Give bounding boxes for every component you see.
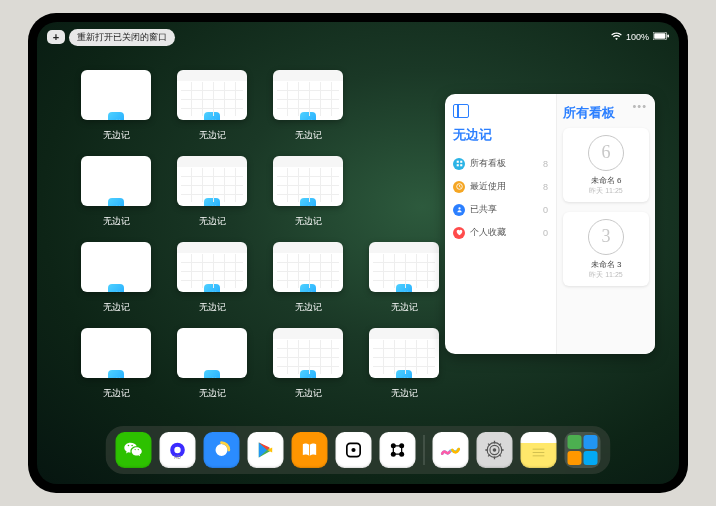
card-label: 无边记 [199,129,226,142]
card-thumb [273,328,343,378]
switcher-card[interactable]: 无边记 [177,242,247,314]
clock-icon [453,181,465,193]
battery-icon [653,32,669,42]
sidebar-item-label: 个人收藏 [470,226,506,239]
card-thumb [81,156,151,206]
dock-app-quark[interactable]: HD [160,432,196,468]
freeform-icon [300,370,316,378]
card-label: 无边记 [295,301,322,314]
board-date: 昨天 11:25 [589,270,622,280]
grid-icon [453,158,465,170]
freeform-icon [300,198,316,206]
card-thumb [273,156,343,206]
sidebar-item-label: 最近使用 [470,180,506,193]
screen: + 重新打开已关闭的窗口 100% [37,22,679,484]
card-label: 无边记 [295,129,322,142]
sidebar-item-all-boards[interactable]: 所有看板 8 [453,152,548,175]
freeform-icon [108,198,124,206]
card-label: 无边记 [103,387,130,400]
dock-app-wechat[interactable] [116,432,152,468]
dock: HD [106,426,611,474]
sidebar-item-count: 8 [543,159,548,169]
board-sketch: 3 [588,219,624,255]
svg-rect-4 [460,161,462,163]
dock-app-settings[interactable] [477,432,513,468]
card-thumb [81,70,151,120]
board-sketch: 6 [588,135,624,171]
reopen-closed-window-button[interactable]: 重新打开已关闭的窗口 [69,29,175,46]
card-label: 无边记 [103,129,130,142]
switcher-card[interactable]: 无边记 [273,242,343,314]
switcher-card[interactable]: 无边记 [273,70,343,142]
card-thumb [177,242,247,292]
sidebar-item-favorites[interactable]: 个人收藏 0 [453,221,548,244]
switcher-card[interactable]: 无边记 [177,70,247,142]
freeform-icon [204,198,220,206]
card-thumb [177,156,247,206]
freeform-icon [108,284,124,292]
boards-panel: 所有看板 6 未命名 6 昨天 11:25 3 未命名 3 昨天 11:25 [557,94,655,354]
switcher-card[interactable]: 无边记 [177,156,247,228]
switcher-card[interactable]: 无边记 [81,70,151,142]
freeform-icon [108,112,124,120]
freeform-icon [108,370,124,378]
ipad-frame: + 重新打开已关闭的窗口 100% [28,13,688,493]
switcher-card[interactable]: 无边记 [177,328,247,400]
sidebar-item-recent[interactable]: 最近使用 8 [453,175,548,198]
card-thumb [177,70,247,120]
switcher-card[interactable]: 无边记 [369,242,439,314]
switcher-card[interactable]: 无边记 [273,328,343,400]
card-label: 无边记 [199,215,226,228]
svg-point-8 [458,207,460,209]
freeform-icon [396,370,412,378]
card-label: 无边记 [103,301,130,314]
switcher-card[interactable]: 无边记 [81,156,151,228]
wifi-icon [611,32,622,42]
sidebar-toggle-icon[interactable] [453,104,469,118]
freeform-icon [396,284,412,292]
dock-app-play[interactable] [248,432,284,468]
sidebar-item-count: 0 [543,228,548,238]
app-switcher: 无边记 无边记 无边记 无边记 [81,70,439,400]
switcher-card[interactable]: 无边记 [81,328,151,400]
dock-app-dice[interactable] [336,432,372,468]
svg-rect-3 [456,161,458,163]
card-thumb [273,70,343,120]
sidebar-item-shared[interactable]: 已共享 0 [453,198,548,221]
svg-rect-2 [667,34,669,37]
svg-text:HD: HD [174,455,181,460]
card-label: 无边记 [199,387,226,400]
status-bar: + 重新打开已关闭的窗口 100% [47,28,669,46]
sidebar-title: 无边记 [453,126,548,144]
dock-separator [424,435,425,465]
switcher-card[interactable]: 无边记 [369,328,439,400]
freeform-splitview-card[interactable]: ••• 无边记 所有看板 8 最近使用 8 已共享 0 [445,94,655,354]
freeform-icon [204,370,220,378]
dock-app-books[interactable] [292,432,328,468]
card-label: 无边记 [295,215,322,228]
board-date: 昨天 11:25 [589,186,622,196]
card-thumb [273,242,343,292]
dock-app-connect[interactable] [380,432,416,468]
sidebar-panel: 无边记 所有看板 8 最近使用 8 已共享 0 [445,94,557,354]
switcher-card[interactable]: 无边记 [81,242,151,314]
board-item[interactable]: 6 未命名 6 昨天 11:25 [563,128,649,202]
svg-rect-6 [460,164,462,166]
sidebar-item-label: 所有看板 [470,157,506,170]
board-item[interactable]: 3 未命名 3 昨天 11:25 [563,212,649,286]
card-thumb [81,328,151,378]
switcher-card[interactable]: 无边记 [273,156,343,228]
more-icon[interactable]: ••• [632,100,647,112]
new-window-button[interactable]: + [47,30,65,44]
card-label: 无边记 [199,301,226,314]
dock-app-notes[interactable] [521,432,557,468]
dock-app-library[interactable] [565,432,601,468]
card-thumb [369,242,439,292]
svg-point-23 [493,448,497,452]
board-name: 未命名 3 [591,259,622,270]
sidebar-item-count: 8 [543,182,548,192]
dock-app-freeform[interactable] [433,432,469,468]
dock-app-qqbrowser[interactable] [204,432,240,468]
svg-rect-5 [456,164,458,166]
card-label: 无边记 [295,387,322,400]
